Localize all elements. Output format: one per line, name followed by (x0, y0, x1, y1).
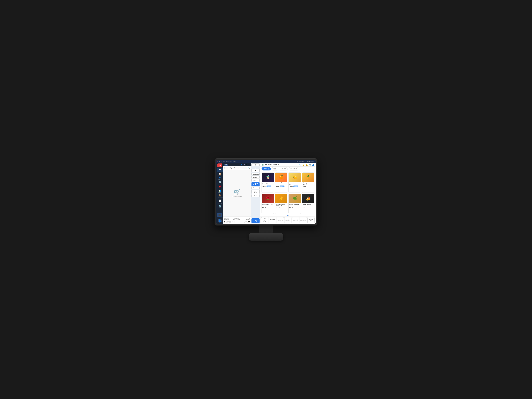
store-icon: 🏪 (261, 164, 264, 166)
reports-icon: 📊 (219, 190, 221, 192)
category-tab-coffee[interactable]: 咖啡 (272, 167, 278, 171)
bag-icon-btn[interactable]: 🛍 (243, 164, 245, 165)
sidebar-item-reports[interactable]: 📊 Reports (217, 190, 223, 194)
sidebar-label-loss: Loss reporting (217, 202, 222, 204)
order-header-icons: 👤 🛍 📱 ▼ (240, 164, 250, 165)
product-grid: 🧋 grape by grape A$6.00 Medium (260, 171, 316, 215)
sidebar-item-new-order[interactable]: 🏠 New Order (217, 168, 223, 172)
product-name-8: mango fruit tea (303, 204, 314, 207)
tablet-icon-btn[interactable]: 📱 (245, 164, 247, 165)
price-value-8: A$6.00 (303, 207, 306, 208)
user-icon-btn[interactable]: 👤 (240, 164, 242, 165)
guests-icon: 👤 (219, 177, 221, 179)
no-sale-button[interactable]: No sale open (307, 217, 315, 223)
sidebar-label-more: More (219, 207, 221, 208)
bell-icon[interactable]: 🔔 (305, 164, 308, 166)
product-image-5: 🌹 (262, 194, 274, 203)
sidebar-item-more[interactable]: ⚙️ More (217, 204, 223, 209)
dropdown-icon-btn[interactable]: ▼ (248, 164, 250, 165)
qty-controls: + 0 − (252, 164, 260, 172)
open-item-button[interactable]: Open item (284, 217, 291, 223)
product-name-5: rose strawberry tea (262, 204, 273, 207)
discount-button[interactable]: Discount (252, 179, 260, 182)
deselect-all-button[interactable]: Deselect all (300, 217, 307, 223)
product-card-6[interactable]: ☀️ Sunshine Orange Jasmine Tea A$5.50 (275, 194, 287, 214)
sidebar-label-order-hub: Order Hub (218, 184, 222, 184)
topbar-icons: 🔍 🔒 🔔 ⚙️ 👤 (299, 164, 314, 166)
product-price-4: A$6.50 (303, 185, 314, 187)
product-name-3: Passionfruit Lemon Tea (289, 182, 300, 185)
empty-cart-message: Please add items (232, 196, 242, 197)
product-card-8[interactable]: 🥭 mango fruit tea A$6.00 (302, 194, 314, 214)
new-order-button[interactable]: New order (252, 187, 260, 189)
user-profile-icon[interactable]: 👤 (312, 164, 314, 166)
product-card-5[interactable]: 🌹 rose strawberry tea A$6.00 (261, 194, 274, 214)
sidebar-label-stock: Stock Management (217, 196, 223, 198)
product-price-1: A$6.00 Medium (262, 185, 273, 187)
category-tab-milk-shake[interactable]: Milk Shake (289, 167, 299, 171)
more-button[interactable]: More (252, 194, 260, 197)
price-value-4: A$6.50 (303, 185, 306, 187)
gift-card-icon: 🎁 (219, 186, 221, 188)
pending-orders-button[interactable]: Pending Orders (252, 182, 260, 186)
lock-icon[interactable]: 🔒 (302, 164, 304, 166)
order-empty-state: 🛒 Please add items (223, 170, 251, 216)
pay-button[interactable]: Pay (252, 218, 260, 223)
sidebar-label-guests: Guests (218, 179, 221, 180)
sidebar-label-reports: Reports (218, 192, 222, 193)
pagination-dot-2[interactable] (288, 215, 289, 216)
membership-search-icon[interactable]: 🔍 (248, 167, 250, 169)
void-cancel-button[interactable]: Void Cancel (252, 173, 260, 176)
product-image-4: 🍍 (302, 173, 314, 182)
product-card-1[interactable]: 🧋 grape by grape A$6.00 Medium (261, 172, 274, 193)
category-tab-fruit[interactable]: 果茶系列 (261, 167, 271, 171)
select-all-button[interactable]: Select all (292, 217, 299, 223)
product-price-2: A$6.00 Medium (276, 185, 287, 187)
sidebar-item-order-hub[interactable]: 🔄 Order Hub (217, 181, 223, 185)
balance-label: Balance due: (224, 221, 235, 223)
sidebar-item-stock[interactable]: 📦 Stock Management (217, 194, 223, 199)
product-info-6: Sunshine Orange Jasmine Tea A$5.50 (275, 203, 287, 209)
price-value-1: A$6.00 (262, 185, 266, 187)
qty-decrement-button[interactable]: − (252, 169, 260, 172)
bottom-action-bar: Take Phone order Purchase Gift Tax exemp… (260, 216, 316, 224)
purchase-gift-button[interactable]: Purchase Gift (269, 217, 276, 223)
take-phone-order-button[interactable]: Take Phone order (261, 217, 268, 223)
order-header: #2 👤 🛍 📱 ▼ (223, 163, 251, 166)
product-card-3[interactable]: 🍋 Passionfruit Lemon Tea A$6.00 Medium (288, 172, 301, 193)
product-card-2[interactable]: 🍊 Red Pomelo Tea A$6.00 Medium (275, 172, 287, 193)
product-card-7[interactable]: 🌿 jasmine green tea A$5.90 (288, 194, 301, 214)
product-image-3: 🍋 (289, 173, 301, 182)
product-price-8: A$6.00 (303, 207, 314, 208)
system-time: 10:47 WEDNESDAY, DECEMBER 1 (295, 161, 315, 162)
order-tab[interactable]: #2 (224, 164, 228, 166)
order-footer: Subtotal: A$0.00 Tax: A$0.00 Discount: A… (223, 216, 251, 224)
pagination-dot-1[interactable] (287, 215, 288, 216)
membership-input[interactable] (224, 167, 247, 169)
sidebar-label-new-order: New Order (218, 171, 222, 171)
tax-label: Tax: (237, 217, 243, 219)
dropdown-arrow-icon[interactable]: ▼ (278, 164, 279, 165)
sidebar-item-orders[interactable]: 📋 Orders (217, 172, 223, 176)
sidebar-item-loss[interactable]: 📉 Loss reporting (217, 199, 223, 204)
product-card-4[interactable]: 🍍 Pineapple Passion Fruit Tea A$6.50 (302, 172, 314, 193)
tax-exempt-button[interactable]: Tax exempt (277, 217, 284, 223)
qr-scanner-button[interactable]: ⬛ (217, 213, 222, 217)
order-totals: Subtotal: A$0.00 Tax: A$0.00 Discount: A… (224, 217, 250, 220)
other-value: A$0.00 (244, 219, 250, 220)
subtotal-value: A$0.00 (231, 217, 237, 219)
sidebar-item-gift-card[interactable]: 🎁 Gift card (217, 185, 223, 189)
send-kitchen-button[interactable]: Send to Kitchen (252, 190, 260, 194)
product-info-5: rose strawberry tea A$6.00 (262, 203, 274, 209)
sidebar-item-guests[interactable]: 👤 Guests (217, 177, 223, 181)
monitor-stand-base (249, 233, 283, 241)
settings-icon[interactable]: ⚙️ (309, 164, 311, 166)
product-info-4: Pineapple Passion Fruit Tea A$6.50 (302, 182, 314, 187)
category-tab-milk-tea[interactable]: Milk Tea (279, 167, 288, 171)
search-icon[interactable]: 🔍 (299, 164, 301, 166)
qty-increment-button[interactable]: + (252, 164, 260, 166)
user-avatar[interactable]: 👤 (218, 219, 222, 223)
product-name-1: grape by grape (262, 182, 273, 185)
modifier-button[interactable]: Modifier (252, 176, 260, 179)
pagination (260, 215, 316, 216)
